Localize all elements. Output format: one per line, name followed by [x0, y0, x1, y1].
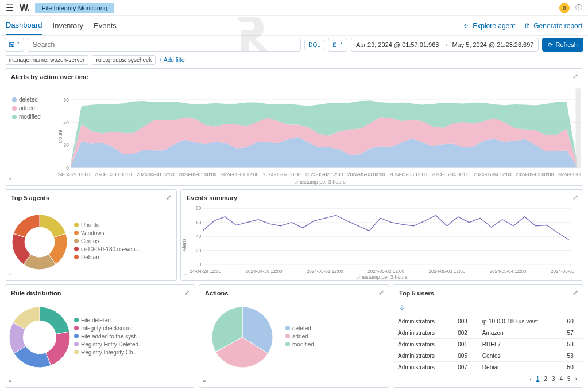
topbar: ☰ W. File Integrity Monitoring a ⓘ: [0, 0, 588, 16]
legend-dot: [74, 247, 79, 251]
pager-page[interactable]: 1: [536, 376, 540, 382]
pager-prev[interactable]: ‹: [530, 376, 532, 382]
generate-report-link[interactable]: 🗎Generate report: [524, 22, 582, 30]
legend-item[interactable]: Registry Integrity Ch...: [74, 349, 140, 356]
legend-item[interactable]: Debian: [74, 254, 140, 260]
svg-text:2024-05-03 12:00: 2024-05-03 12:00: [389, 171, 427, 177]
panel-events-summary: Events summary ⤢ ≡ Alerts 0204060802024-…: [180, 189, 583, 281]
calendar-button[interactable]: 🗓 ˅: [328, 38, 347, 52]
svg-point-22: [25, 227, 55, 257]
add-filter-link[interactable]: + Add filter: [159, 57, 187, 63]
avatar[interactable]: a: [559, 3, 570, 13]
legend-item[interactable]: Windows: [74, 230, 140, 236]
table-toggle-icon[interactable]: ≡: [9, 379, 12, 385]
svg-text:20: 20: [64, 142, 69, 148]
panel-title: Actions: [199, 285, 389, 301]
expand-icon[interactable]: ⤢: [166, 193, 172, 201]
cell: Administrators: [393, 327, 453, 339]
legend-item[interactable]: deleted: [285, 325, 314, 332]
legend-item[interactable]: Registry Entry Deleted.: [74, 341, 140, 348]
pager-page[interactable]: 3: [552, 376, 555, 382]
table-row[interactable]: Administrators005Centos53: [393, 350, 583, 362]
refresh-label: Refresh: [555, 41, 578, 48]
svg-text:2024-05-05 12:00: 2024-05-05 12:00: [558, 171, 583, 177]
pager-page[interactable]: 4: [560, 376, 563, 382]
tab-dashboard[interactable]: Dashboard: [6, 16, 42, 35]
pager-page[interactable]: 2: [544, 376, 547, 382]
subnav: Dashboard Inventory Events ᯤExplore agen…: [0, 16, 588, 36]
table-row[interactable]: Administrators002Amazon57: [393, 327, 583, 339]
cell: 002: [453, 327, 478, 339]
cell: Amazon: [478, 327, 563, 339]
table-toggle-icon[interactable]: ≡: [203, 379, 206, 385]
donut-chart: [11, 213, 68, 271]
pager-next[interactable]: ›: [575, 376, 577, 382]
avatar-initial: a: [563, 5, 566, 11]
filter-pill-manager[interactable]: manager.name: wazuh-server: [5, 55, 88, 65]
xaxis-label: timestamp per 3 hours: [356, 274, 408, 280]
svg-text:60: 60: [64, 97, 69, 103]
legend-item[interactable]: File deleted.: [74, 317, 140, 323]
date-picker[interactable]: Apr 29, 2024 @ 01:57:01.963 → May 5, 202…: [351, 38, 539, 52]
legend-item[interactable]: deleted: [12, 96, 57, 103]
svg-text:2024-04-30 12:00: 2024-04-30 12:00: [246, 269, 283, 274]
legend-item[interactable]: modified: [285, 341, 314, 348]
svg-text:2024-05-01 00:00: 2024-05-01 00:00: [179, 171, 216, 177]
legend-label: added: [292, 333, 308, 340]
legend-dot: [74, 255, 79, 259]
yaxis-label: Count: [57, 130, 63, 143]
expand-icon[interactable]: ⤢: [572, 72, 578, 80]
dql-toggle[interactable]: DQL: [304, 40, 324, 50]
table-row[interactable]: Administrators003ip-10-0-0-180.us-west60: [393, 316, 583, 327]
legend-item[interactable]: Centos: [74, 238, 140, 244]
legend-dot: [74, 326, 79, 330]
saved-queries-button[interactable]: 🖫 ˅: [5, 38, 24, 52]
cell: Administrators: [393, 362, 453, 373]
report-icon: 🗎: [524, 22, 531, 30]
download-icon[interactable]: ⇩: [393, 301, 583, 314]
menu-icon[interactable]: ☰: [6, 2, 14, 13]
expand-icon[interactable]: ⤢: [378, 288, 384, 297]
legend: File deleted.Integrity checksum c...File…: [74, 317, 144, 357]
legend-item[interactable]: Integrity checksum c...: [74, 325, 140, 332]
table-row[interactable]: Administrators007Debian50: [393, 362, 583, 373]
tab-inventory[interactable]: Inventory: [53, 17, 83, 34]
legend-item[interactable]: added: [285, 333, 314, 340]
legend-item[interactable]: File added to the syst...: [74, 333, 140, 340]
expand-icon[interactable]: ⤢: [572, 288, 578, 297]
legend: UbuntuWindowsCentosip-10-0-0-180.us-wes.…: [74, 222, 144, 262]
legend-item[interactable]: modified: [12, 114, 57, 120]
table-toggle-icon[interactable]: ≡: [9, 272, 12, 278]
legend-item[interactable]: ip-10-0-0-180.us-wes...: [74, 246, 140, 252]
cell: 53: [563, 350, 583, 362]
legend-label: ip-10-0-0-180.us-wes...: [81, 246, 140, 252]
logo[interactable]: W.: [20, 3, 29, 13]
page-title-pill[interactable]: File Integrity Monitoring: [35, 3, 114, 13]
cell: ip-10-0-0-180.us-west: [478, 316, 563, 327]
expand-icon[interactable]: ⤢: [572, 193, 578, 201]
search-row: 🖫 ˅ DQL 🗓 ˅ Apr 29, 2024 @ 01:57:01.963 …: [0, 36, 588, 54]
tab-events[interactable]: Events: [94, 17, 117, 34]
explore-agent-link[interactable]: ᯤExplore agent: [463, 22, 515, 30]
legend-dot: [74, 318, 79, 322]
table-row[interactable]: Administrators001RHEL753: [393, 339, 583, 350]
legend-item[interactable]: added: [12, 105, 57, 111]
svg-text:2024-04-30 00:00: 2024-04-30 00:00: [95, 171, 133, 177]
table-toggle-icon[interactable]: ≡: [9, 177, 12, 183]
pie-chart: [211, 306, 274, 369]
refresh-button[interactable]: ⟳Refresh: [542, 38, 583, 52]
filter-row: manager.name: wazuh-server rule.groups: …: [0, 54, 588, 68]
pager-page[interactable]: 5: [567, 376, 571, 382]
users-table: Administrators003ip-10-0-0-180.us-west60…: [393, 316, 583, 373]
help-icon[interactable]: ⓘ: [575, 3, 582, 13]
legend-item[interactable]: Ubuntu: [74, 222, 140, 228]
filter-pill-rule[interactable]: rule.groups: syscheck: [92, 55, 156, 65]
legend-label: Centos: [81, 238, 99, 244]
legend-label: deleted: [292, 325, 311, 332]
legend-label: modified: [19, 114, 41, 120]
svg-text:0: 0: [199, 262, 202, 267]
search-input[interactable]: [28, 38, 301, 52]
legend-dot: [285, 342, 290, 346]
legend-label: deleted: [19, 96, 38, 103]
expand-icon[interactable]: ⤢: [184, 288, 190, 297]
